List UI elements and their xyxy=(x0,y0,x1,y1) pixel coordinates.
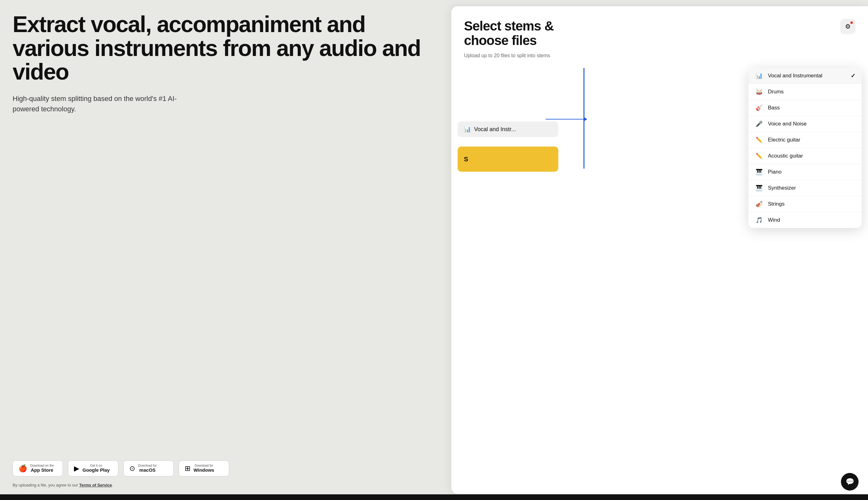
sub-heading: High-quality stem splitting based on the… xyxy=(13,93,189,114)
partial-stem-label: Vocal and Instr... xyxy=(474,126,516,133)
selected-check-icon: ✓ xyxy=(851,72,855,79)
app-store-small-label: Download on the xyxy=(30,464,54,467)
macos-small-label: Download for xyxy=(138,464,157,467)
stem-item-synthesizer[interactable]: 🎹 Synthesizer xyxy=(748,180,862,196)
voice-noise-icon: 🎤 xyxy=(755,121,764,127)
stem-item-strings[interactable]: 🎻 Strings xyxy=(748,196,862,212)
windows-main-label: Windows xyxy=(193,467,214,473)
windows-button[interactable]: ⊞ Download for Windows xyxy=(179,461,229,476)
wind-icon: 🎵 xyxy=(755,217,764,224)
stem-label-piano: Piano xyxy=(768,169,855,175)
notification-dot xyxy=(850,21,853,24)
blue-arrow xyxy=(546,117,587,121)
upload-area: 📊 Vocal and Instrumental ✓ 🥁 Drums 🎸 Bas… xyxy=(464,68,855,169)
vocal-instrumental-icon: 📊 xyxy=(755,72,764,79)
google-play-button[interactable]: ▶ Get it on Google Play xyxy=(68,461,118,476)
stem-label-voice-noise: Voice and Noise xyxy=(768,121,855,127)
stem-item-vocal-instrumental[interactable]: 📊 Vocal and Instrumental ✓ xyxy=(748,68,862,84)
chat-icon: 💬 xyxy=(846,478,854,486)
macos-main-label: macOS xyxy=(138,467,157,473)
bass-icon: 🎸 xyxy=(755,104,764,111)
stem-item-piano[interactable]: 🎹 Piano xyxy=(748,164,862,180)
settings-button[interactable]: ⚙ xyxy=(840,19,855,34)
bottom-bar xyxy=(0,495,868,500)
acoustic-guitar-icon: ✏️ xyxy=(755,152,764,159)
stem-label-strings: Strings xyxy=(768,201,855,207)
app-store-button[interactable]: 🍎 Download on the App Store xyxy=(13,461,63,476)
stem-item-voice-noise[interactable]: 🎤 Voice and Noise xyxy=(748,116,862,132)
stem-item-electric-guitar[interactable]: ✏️ Electric guitar xyxy=(748,132,862,148)
yellow-file-area: S xyxy=(458,147,558,172)
stem-label-electric-guitar: Electric guitar xyxy=(768,137,855,143)
stem-label-acoustic-guitar: Acoustic guitar xyxy=(768,153,855,159)
strings-icon: 🎻 xyxy=(755,201,764,207)
macos-icon: ⊙ xyxy=(129,465,135,472)
left-panel: Extract vocal, accompaniment and various… xyxy=(0,0,451,500)
panel-subtitle: Upload up to 20 files to split into stem… xyxy=(464,53,855,58)
panel-header: Select stems & choose files ⚙ xyxy=(464,19,855,48)
google-play-icon: ▶ xyxy=(74,465,79,472)
settings-icon: ⚙ xyxy=(845,23,851,30)
google-play-main-label: Google Play xyxy=(82,467,110,473)
chat-button[interactable]: 💬 xyxy=(841,473,859,491)
bottom-section: 🍎 Download on the App Store ▶ Get it on … xyxy=(13,461,436,487)
arrow-line xyxy=(546,119,583,120)
stem-item-acoustic-guitar[interactable]: ✏️ Acoustic guitar xyxy=(748,148,862,164)
stem-label-drums: Drums xyxy=(768,89,855,95)
stem-label-synthesizer: Synthesizer xyxy=(768,185,855,191)
synthesizer-icon: 🎹 xyxy=(755,185,764,192)
download-buttons: 🍎 Download on the App Store ▶ Get it on … xyxy=(13,461,436,476)
windows-icon: ⊞ xyxy=(185,465,190,472)
windows-small-label: Download for xyxy=(193,464,214,467)
apple-icon: 🍎 xyxy=(19,465,27,472)
vertical-divider-line xyxy=(583,68,585,169)
main-heading: Extract vocal, accompaniment and various… xyxy=(13,13,436,84)
stem-dropdown[interactable]: 📊 Vocal and Instrumental ✓ 🥁 Drums 🎸 Bas… xyxy=(748,68,862,228)
stem-item-drums[interactable]: 🥁 Drums xyxy=(748,84,862,100)
stem-label-wind: Wind xyxy=(768,217,855,223)
electric-guitar-icon: ✏️ xyxy=(755,136,764,144)
stem-item-wind[interactable]: 🎵 Wind xyxy=(748,212,862,228)
stem-label-bass: Bass xyxy=(768,105,855,111)
terms-link[interactable]: Terms of Service xyxy=(79,483,112,487)
panel-title: Select stems & choose files xyxy=(464,19,554,48)
partial-stem-icon: 📊 xyxy=(464,126,471,133)
piano-icon: 🎹 xyxy=(755,169,764,175)
stem-label-vocal-instrumental: Vocal and Instrumental xyxy=(768,73,846,79)
stem-item-bass[interactable]: 🎸 Bass xyxy=(748,100,862,116)
drums-icon: 🥁 xyxy=(755,88,764,95)
yellow-file-label: S xyxy=(464,156,468,163)
macos-button[interactable]: ⊙ Download for macOS xyxy=(123,461,174,476)
right-panel: Select stems & choose files ⚙ Upload up … xyxy=(451,6,868,494)
terms-text: By uploading a file, you agree to our Te… xyxy=(13,483,436,487)
google-play-small-label: Get it on xyxy=(82,464,110,467)
app-store-main-label: App Store xyxy=(30,467,54,473)
partial-stem-button[interactable]: 📊 Vocal and Instr... xyxy=(458,121,558,137)
